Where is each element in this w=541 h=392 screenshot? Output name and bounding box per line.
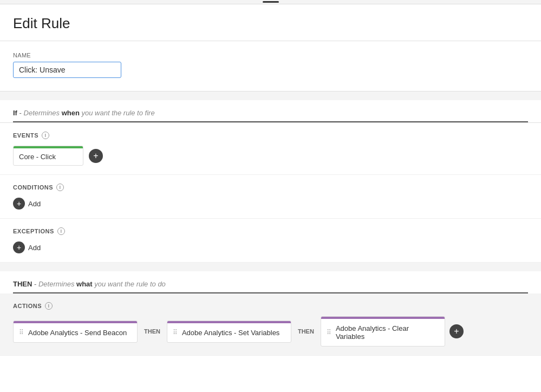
action-card-label-3: Adobe Analytics - Clear Variables [336,324,439,341]
if-section-header: If - Determines when you want the rule t… [0,100,541,123]
if-determines: Determines [24,109,60,117]
add-exception-button[interactable]: + Add [13,241,528,253]
then-rest: you want the rule to do [94,280,166,288]
action-card-send-beacon[interactable]: ⠿ Adobe Analytics - Send Beacon [13,321,138,343]
if-rest: you want the rule to fire [81,109,154,117]
add-event-button[interactable]: + [89,149,103,163]
top-bar-line [263,1,279,3]
add-condition-button[interactable]: + Add [13,198,528,210]
drag-icon-2: ⠿ [173,329,178,336]
then-what: what [76,280,93,288]
conditions-section: CONDITIONS i + Add [0,175,541,219]
if-prefix: If [13,109,17,117]
action-card-clear-variables[interactable]: ⠿ Adobe Analytics - Clear Variables [321,316,445,347]
action-card-body-3: ⠿ Adobe Analytics - Clear Variables [321,319,445,346]
top-bar [0,0,541,4]
exceptions-info-icon[interactable]: i [57,227,65,235]
add-condition-label: Add [28,200,41,208]
if-description: If - Determines when you want the rule t… [13,109,528,122]
then-badge-2: THEN [296,328,316,335]
then-badge-1: THEN [142,328,162,335]
events-title: EVENTS i [13,132,528,139]
then-section-header: THEN - Determines what you want the rule… [0,271,541,293]
actions-flow: ⠿ Adobe Analytics - Send Beacon THEN ⠿ A… [13,316,528,347]
events-row: Core - Click + [13,146,528,166]
add-exception-icon: + [13,241,25,253]
separator-1 [0,92,541,100]
page-header: Edit Rule [0,4,541,41]
add-action-button[interactable]: + [449,324,464,338]
events-info-icon[interactable]: i [42,132,49,139]
drag-icon-1: ⠿ [19,329,24,336]
action-card-label-2: Adobe Analytics - Set Variables [182,329,279,337]
action-card-body-1: ⠿ Adobe Analytics - Send Beacon [14,323,137,342]
actions-section: ACTIONS i ⠿ Adobe Analytics - Send Beaco… [0,293,541,356]
exceptions-section: EXCEPTIONS i + Add [0,219,541,263]
action-card-set-variables[interactable]: ⠿ Adobe Analytics - Set Variables [167,321,291,343]
event-card-label: Core - Click [14,148,83,165]
separator-2 [0,263,541,271]
conditions-title: CONDITIONS i [13,184,528,191]
page-title: Edit Rule [13,15,528,32]
add-condition-icon: + [13,198,25,210]
then-prefix: THEN [13,280,32,288]
event-card-core-click[interactable]: Core - Click [13,146,83,166]
name-label: Name [13,52,528,58]
drag-icon-3: ⠿ [327,329,331,336]
conditions-info-icon[interactable]: i [56,184,64,191]
name-input[interactable] [13,62,121,78]
action-card-body-2: ⠿ Adobe Analytics - Set Variables [167,323,291,342]
then-determines: Determines [38,280,74,288]
exceptions-title: EXCEPTIONS i [13,227,528,235]
actions-info-icon[interactable]: i [45,302,53,310]
events-section: EVENTS i Core - Click + [0,123,541,175]
then-description: THEN - Determines what you want the rule… [13,280,528,293]
actions-title: ACTIONS i [13,302,528,310]
action-card-label-1: Adobe Analytics - Send Beacon [28,329,127,337]
add-exception-label: Add [28,244,41,252]
if-when: when [62,109,80,117]
name-section: Name [0,41,541,92]
